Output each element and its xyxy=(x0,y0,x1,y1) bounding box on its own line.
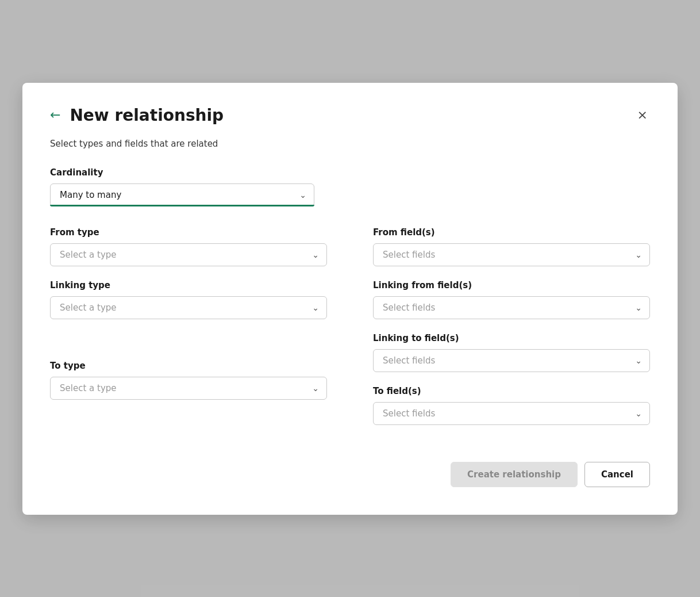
to-fields-group: To field(s) Select fields ⌄ xyxy=(373,386,650,425)
modal-overlay: ← New relationship × Select types and fi… xyxy=(0,0,700,597)
linking-from-fields-label: Linking from field(s) xyxy=(373,280,650,290)
linking-to-fields-group: Linking to field(s) Select fields ⌄ xyxy=(373,333,650,372)
linking-type-select[interactable]: Select a type xyxy=(50,296,327,319)
to-type-select-wrapper: Select a type ⌄ xyxy=(50,377,327,400)
from-type-select-wrapper: Select a type ⌄ xyxy=(50,243,327,266)
cardinality-select[interactable]: One to one One to many Many to one Many … xyxy=(50,183,314,206)
right-column: From field(s) Select fields ⌄ Linking fr… xyxy=(373,227,650,487)
footer-buttons: Create relationship Cancel xyxy=(373,462,650,487)
from-fields-group: From field(s) Select fields ⌄ xyxy=(373,227,650,266)
from-type-select[interactable]: Select a type xyxy=(50,243,327,266)
linking-to-fields-label: Linking to field(s) xyxy=(373,333,650,343)
from-fields-select[interactable]: Select fields xyxy=(373,243,650,266)
from-fields-select-wrapper: Select fields ⌄ xyxy=(373,243,650,266)
from-type-label: From type xyxy=(50,227,327,238)
linking-type-select-wrapper: Select a type ⌄ xyxy=(50,296,327,319)
cancel-button[interactable]: Cancel xyxy=(584,462,650,487)
fields-grid: From type Select a type ⌄ Linking type S xyxy=(50,227,650,487)
new-relationship-modal: ← New relationship × Select types and fi… xyxy=(22,83,678,515)
linking-from-fields-select-wrapper: Select fields ⌄ xyxy=(373,296,650,319)
to-type-group: To type Select a type ⌄ xyxy=(50,361,327,400)
cardinality-label: Cardinality xyxy=(50,167,650,178)
create-relationship-button[interactable]: Create relationship xyxy=(451,462,578,487)
modal-title: New relationship xyxy=(70,106,224,125)
linking-to-fields-select[interactable]: Select fields xyxy=(373,349,650,372)
linking-type-group: Linking type Select a type ⌄ xyxy=(50,280,327,319)
cardinality-section: Cardinality One to one One to many Many … xyxy=(50,167,650,206)
to-type-label: To type xyxy=(50,361,327,371)
linking-to-fields-select-wrapper: Select fields ⌄ xyxy=(373,349,650,372)
back-icon[interactable]: ← xyxy=(50,109,60,121)
cardinality-select-wrapper: One to one One to many Many to one Many … xyxy=(50,183,314,206)
to-fields-label: To field(s) xyxy=(373,386,650,396)
linking-type-label: Linking type xyxy=(50,280,327,290)
from-fields-label: From field(s) xyxy=(373,227,650,238)
to-fields-select-wrapper: Select fields ⌄ xyxy=(373,402,650,425)
title-group: ← New relationship xyxy=(50,106,224,125)
to-type-select[interactable]: Select a type xyxy=(50,377,327,400)
left-column: From type Select a type ⌄ Linking type S xyxy=(50,227,327,400)
linking-from-fields-select[interactable]: Select fields xyxy=(373,296,650,319)
to-fields-select[interactable]: Select fields xyxy=(373,402,650,425)
close-button[interactable]: × xyxy=(635,106,650,124)
linking-from-fields-group: Linking from field(s) Select fields ⌄ xyxy=(373,280,650,319)
from-type-group: From type Select a type ⌄ xyxy=(50,227,327,266)
modal-subtitle: Select types and fields that are related xyxy=(50,139,650,149)
modal-header: ← New relationship × xyxy=(50,106,650,125)
